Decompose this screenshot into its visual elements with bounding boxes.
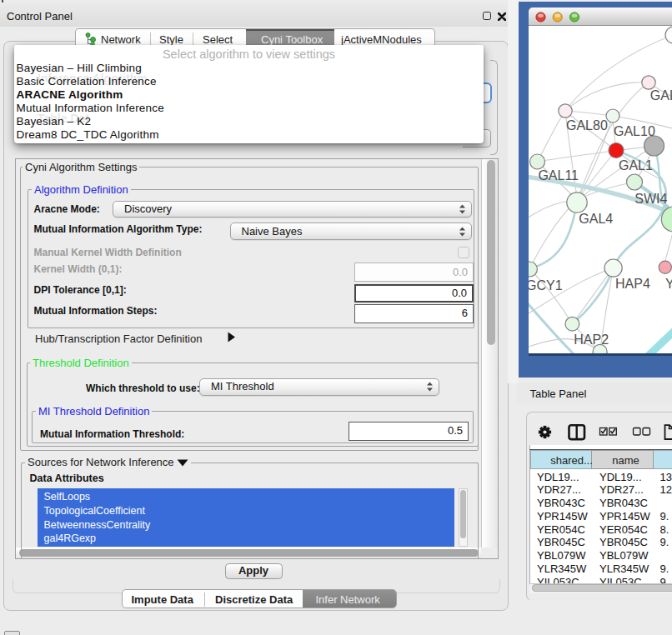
svg-text:GAL1: GAL1	[619, 158, 653, 172]
svg-text:SWI4: SWI4	[634, 192, 667, 206]
svg-text:GAL11: GAL11	[538, 168, 579, 182]
svg-text:GAL10: GAL10	[614, 124, 655, 138]
svg-text:HAP2: HAP2	[574, 332, 609, 347]
svg-text:HAP4: HAP4	[615, 277, 650, 291]
svg-text:GAL2: GAL2	[650, 88, 672, 102]
svg-text:GCY1: GCY1	[529, 278, 563, 292]
svg-text:GAL4: GAL4	[579, 212, 613, 226]
svg-text:YE: YE	[665, 277, 672, 291]
svg-text:GAL80: GAL80	[566, 118, 608, 132]
